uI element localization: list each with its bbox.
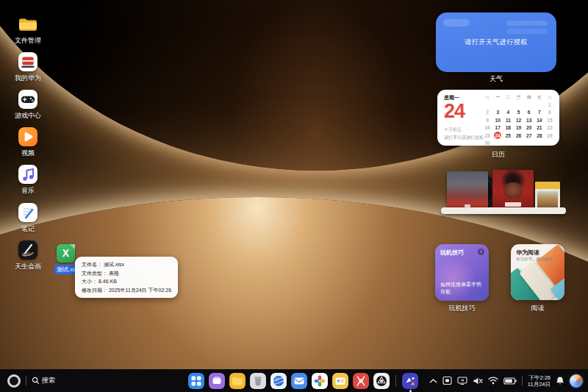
calendar-day-cell[interactable]: 30 (482, 139, 492, 146)
desktop-app-game-center[interactable]: 游戏中心 (8, 90, 48, 121)
album-cover-red-hood-portrait[interactable] (492, 170, 534, 211)
calendar-day-cell[interactable]: 23 (482, 132, 492, 139)
desktop-app-my-huawei[interactable]: 我的华为 (8, 52, 48, 83)
calendar-empty-cell (524, 101, 534, 108)
calendar-weekday-header: 三 (513, 93, 523, 101)
calendar-day-cell[interactable]: 14 (534, 116, 545, 124)
play-icon (18, 127, 37, 146)
calendar-day-cell[interactable]: 12 (513, 116, 523, 124)
excel-file-icon[interactable] (57, 244, 75, 263)
battery-icon[interactable] (503, 377, 517, 385)
clock-time: 下午2:26 (528, 374, 551, 381)
dock-icon-email[interactable] (291, 373, 307, 389)
dock-icon-files[interactable] (229, 373, 245, 389)
calendar-day-cell[interactable]: 27 (524, 132, 534, 139)
stylus-icon (18, 240, 37, 260)
reading-title: 华为阅读 (516, 249, 539, 257)
desktop-app-video[interactable]: 视频 (8, 127, 48, 158)
app-label: 文件管理 (8, 36, 48, 46)
wifi-icon[interactable] (488, 377, 498, 385)
calendar-day-cell[interactable]: 21 (534, 124, 545, 132)
calendar-empty-cell (492, 139, 503, 146)
calendar-day-cell[interactable]: 4 (503, 109, 513, 116)
desktop-app-files[interactable]: 文件管理 (8, 15, 48, 46)
dock-icon-recycle-bin[interactable] (250, 373, 266, 389)
dock-icon-app-store[interactable] (209, 373, 225, 389)
desktop-app-notes[interactable]: 笔记 (8, 203, 48, 234)
weather-widget[interactable]: 请打开天气进行授权 (436, 13, 556, 72)
calendar-weekday-header: 一 (492, 93, 503, 101)
calendar-empty-cell (492, 101, 503, 108)
calendar-day-cell[interactable]: 6 (524, 109, 534, 116)
tray-expand-chevron-icon[interactable] (429, 378, 437, 384)
calendar-day-cell[interactable]: 20 (524, 124, 534, 132)
app-label: 游戏中心 (8, 111, 48, 121)
tips-subtitle: 如何使用屏幕手势导航 (440, 281, 484, 296)
info-icon[interactable]: i (478, 249, 484, 255)
calendar-day-cell[interactable]: 8 (545, 109, 555, 116)
calendar-empty-cell (524, 139, 534, 146)
calendar-day-cell[interactable]: 29 (545, 132, 555, 139)
calendar-day-cell[interactable]: 9 (482, 116, 492, 124)
dock-icon-member-center[interactable] (332, 373, 348, 389)
music-shelf-widget[interactable] (441, 168, 566, 214)
calendar-day-cell[interactable]: 13 (524, 116, 534, 124)
calendar-empty-cell (503, 101, 513, 108)
calendar-day-cell[interactable]: 18 (503, 124, 513, 132)
calendar-day-cell[interactable]: 10 (492, 116, 503, 124)
desktop-app-sketch[interactable]: 天生会画 (8, 240, 48, 271)
assistant-ball-icon[interactable] (7, 374, 21, 388)
calendar-empty-cell (534, 139, 545, 146)
taskbar-clock[interactable]: 下午2:26 11月24日 (528, 374, 551, 388)
calendar-day-cell[interactable]: 25 (503, 132, 513, 139)
calendar-day-cell[interactable]: 26 (513, 132, 523, 139)
app-label: 笔记 (8, 224, 48, 234)
calendar-day-cell[interactable]: 24 (492, 132, 503, 139)
calendar-day-cell[interactable]: 15 (545, 116, 555, 124)
notes-pen-icon (18, 203, 37, 222)
dock-icon-office-suite-running[interactable] (402, 373, 418, 389)
assistant-avatar[interactable] (570, 374, 583, 388)
calendar-day-cell[interactable]: 19 (513, 124, 523, 132)
search-button[interactable]: 搜索 (32, 376, 55, 385)
volume-muted-icon[interactable] (473, 377, 483, 385)
calendar-day-cell[interactable]: 22 (545, 124, 555, 132)
calendar-widget[interactable]: 星期一 24 十月初五 请打开日历进行授权 日一二三四五六12345678910… (437, 90, 559, 146)
folder-icon (18, 15, 37, 34)
desktop-app-music[interactable]: 音乐 (8, 165, 48, 196)
reading-widget[interactable]: 华为阅读 百万好书，精品畅读 (511, 244, 564, 300)
system-tray: 下午2:26 11月24日 (429, 369, 583, 392)
calendar-empty-cell (482, 101, 492, 108)
calendar-day-cell[interactable]: 16 (482, 124, 492, 132)
calendar-day-cell[interactable]: 2 (482, 109, 492, 116)
dock-icon-app-grid[interactable] (188, 373, 204, 389)
reading-widget-label: 阅读 (511, 304, 564, 313)
tips-widget[interactable]: 玩机技巧 i 如何使用屏幕手势导航 (435, 244, 489, 301)
calendar-day-cell[interactable]: 1 (545, 101, 555, 108)
dock-icon-camera[interactable] (373, 373, 390, 389)
calendar-day-cell[interactable]: 17 (492, 124, 503, 132)
calendar-weekday-header: 五 (534, 93, 545, 101)
dock-icon-appgallery[interactable] (353, 373, 369, 389)
calendar-day-cell[interactable]: 11 (503, 116, 513, 124)
dock (188, 373, 418, 389)
album-cover-classical[interactable] (535, 182, 560, 211)
dock-icon-browser[interactable] (270, 373, 287, 389)
calendar-weekday-header: 六 (545, 93, 555, 101)
album-cover-red-nebula[interactable] (447, 171, 488, 211)
calendar-weekday-header: 四 (524, 93, 534, 101)
dock-icon-gallery[interactable] (312, 373, 328, 389)
calendar-empty-cell (534, 101, 545, 108)
app-label: 天生会画 (8, 262, 48, 271)
app-label: 音乐 (8, 186, 48, 196)
calendar-day-cell[interactable]: 28 (534, 132, 545, 139)
screen-cast-icon[interactable] (457, 376, 467, 385)
calendar-day-cell[interactable]: 5 (513, 109, 523, 116)
weather-widget-label: 天气 (436, 74, 556, 84)
harmonyos-desktop: 文件管理 我的华为 游戏中心 视频 音乐 笔记 天生会画 (0, 0, 588, 392)
input-method-icon[interactable] (442, 376, 452, 385)
calendar-day-cell[interactable]: 7 (534, 109, 545, 116)
calendar-day-cell[interactable]: 3 (492, 109, 503, 116)
gamepad-icon (18, 90, 37, 109)
notification-bell-icon[interactable] (556, 376, 564, 385)
